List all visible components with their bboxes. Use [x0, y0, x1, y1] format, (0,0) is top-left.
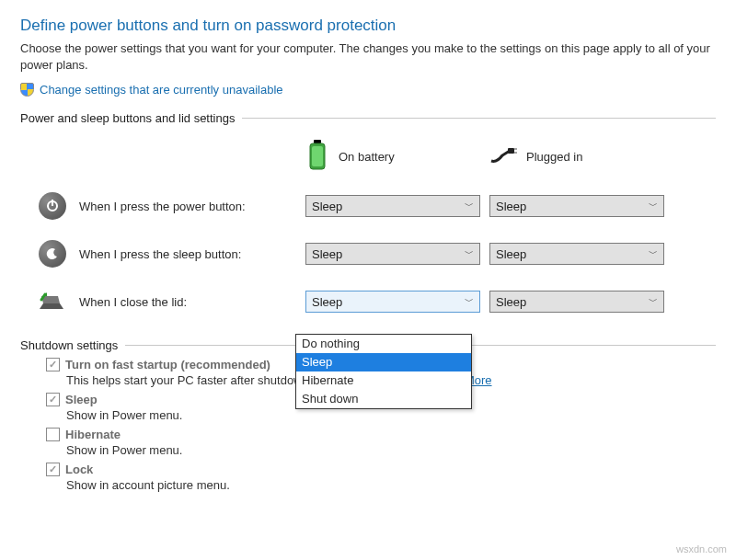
hibernate-title: Hibernate: [65, 428, 121, 441]
col-header-battery-label: On battery: [339, 150, 395, 164]
lock-desc: Show in account picture menu.: [66, 478, 716, 492]
combo-power-plugged[interactable]: Sleep ﹀: [489, 195, 664, 217]
section-power-buttons-label: Power and sleep buttons and lid settings: [20, 111, 235, 125]
row-power-button-label: When I press the power button:: [79, 200, 246, 213]
combo-power-plugged-value: Sleep: [496, 200, 526, 213]
watermark: wsxdn.com: [676, 543, 727, 554]
change-settings-row: Change settings that are currently unava…: [20, 83, 716, 97]
svg-marker-8: [40, 303, 63, 309]
combo-lid-plugged-value: Sleep: [496, 295, 526, 309]
row-sleep-button: When I press the sleep button:: [20, 230, 296, 278]
shutdown-lock: ✓ Lock Show in account picture menu.: [20, 463, 716, 492]
col-header-plugged-label: Plugged in: [526, 150, 582, 164]
combo-lid-plugged[interactable]: Sleep ﹀: [489, 291, 664, 313]
page-description: Choose the power settings that you want …: [20, 40, 716, 74]
dropdown-option-sleep[interactable]: Sleep: [296, 353, 471, 371]
chevron-down-icon: ﹀: [465, 247, 474, 260]
section-power-buttons: Power and sleep buttons and lid settings: [20, 111, 716, 125]
divider: [242, 118, 716, 119]
combo-sleep-plugged-value: Sleep: [496, 247, 526, 261]
page-title: Define power buttons and turn on passwor…: [20, 17, 716, 35]
chevron-down-icon: ﹀: [465, 295, 474, 308]
combo-lid-battery[interactable]: Sleep ﹀: [305, 291, 480, 313]
hibernate-desc: Show in Power menu.: [66, 443, 716, 457]
shield-icon: [20, 83, 34, 97]
lid-icon: [39, 288, 66, 315]
row-sleep-button-label: When I press the sleep button:: [79, 247, 241, 261]
dropdown-option-shut-down[interactable]: Shut down: [296, 390, 471, 408]
combo-sleep-plugged[interactable]: Sleep ﹀: [489, 243, 664, 265]
row-lid-label: When I close the lid:: [79, 295, 187, 309]
chevron-down-icon: ﹀: [465, 200, 474, 212]
checkbox-lock[interactable]: ✓: [46, 463, 60, 476]
row-lid: When I close the lid:: [20, 278, 296, 326]
change-settings-link[interactable]: Change settings that are currently unava…: [40, 83, 283, 97]
col-header-plugged: Plugged in: [489, 131, 664, 182]
chevron-down-icon: ﹀: [649, 295, 658, 308]
combo-lid-battery-dropdown: Do nothing Sleep Hibernate Shut down: [295, 334, 472, 409]
chevron-down-icon: ﹀: [649, 247, 658, 260]
power-button-icon: [39, 192, 66, 220]
dropdown-option-hibernate[interactable]: Hibernate: [296, 371, 471, 390]
svg-rect-3: [508, 148, 514, 154]
checkbox-hibernate[interactable]: [46, 428, 60, 441]
shutdown-hibernate: Hibernate Show in Power menu.: [20, 428, 716, 457]
combo-lid-battery-value: Sleep: [312, 295, 342, 309]
checkbox-fast-startup[interactable]: ✓: [46, 358, 60, 371]
svg-rect-0: [314, 140, 321, 143]
checkbox-sleep[interactable]: ✓: [46, 393, 60, 406]
combo-power-battery[interactable]: Sleep ﹀: [305, 195, 480, 217]
battery-icon: [305, 140, 329, 174]
sleep-title: Sleep: [65, 393, 98, 406]
dropdown-option-do-nothing[interactable]: Do nothing: [296, 335, 471, 353]
row-power-button: When I press the power button:: [20, 182, 296, 230]
svg-rect-2: [312, 146, 323, 166]
chevron-down-icon: ﹀: [649, 200, 658, 212]
section-shutdown-label: Shutdown settings: [20, 338, 118, 352]
combo-sleep-battery[interactable]: Sleep ﹀: [305, 243, 480, 265]
lock-title: Lock: [65, 463, 93, 476]
col-header-battery: On battery: [305, 131, 480, 182]
plug-icon: [489, 146, 517, 167]
combo-sleep-battery-value: Sleep: [312, 247, 342, 261]
sleep-button-icon: [39, 240, 66, 268]
fast-startup-title: Turn on fast startup (recommended): [65, 358, 270, 371]
power-grid: On battery Plugged in When I press the p…: [20, 131, 716, 326]
sleep-desc: Show in Power menu.: [66, 408, 716, 422]
combo-power-battery-value: Sleep: [312, 200, 342, 213]
